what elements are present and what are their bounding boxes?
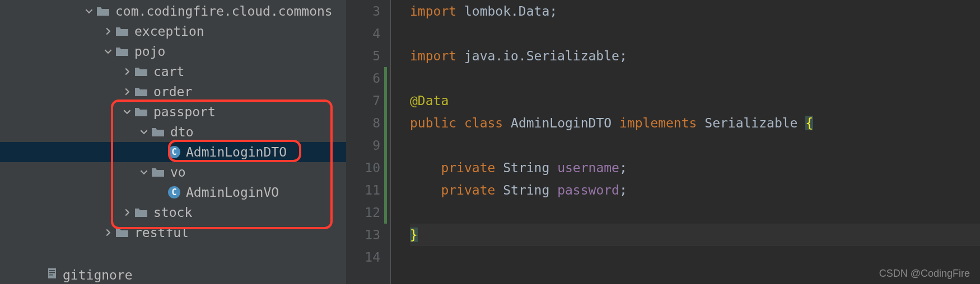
tree-item-label: restful bbox=[134, 224, 189, 242]
tree-class-adminlogindto[interactable]: C AdminLoginDTO bbox=[0, 142, 346, 162]
class-icon: C bbox=[168, 146, 180, 158]
chevron-down-icon bbox=[139, 128, 149, 136]
tree-item-label: AdminLoginVO bbox=[186, 183, 279, 201]
gutter-line-number: 5 bbox=[346, 45, 380, 67]
code-line[interactable]: @Data bbox=[410, 89, 980, 112]
gutter-line-number: 12 bbox=[346, 201, 380, 224]
folder-icon bbox=[134, 86, 148, 97]
tree-folder-restful[interactable]: restful bbox=[0, 223, 346, 243]
folder-icon bbox=[151, 126, 165, 138]
tree-folder-stock[interactable]: stock bbox=[0, 202, 346, 223]
svg-rect-1 bbox=[49, 270, 55, 271]
chevron-right-icon bbox=[122, 68, 132, 75]
code-line[interactable] bbox=[410, 201, 980, 224]
folder-icon bbox=[134, 207, 148, 218]
tree-item-label: pojo bbox=[134, 42, 165, 60]
code-line[interactable] bbox=[410, 67, 980, 89]
svg-rect-3 bbox=[49, 274, 53, 276]
tree-package-commons[interactable]: com.codingfire.cloud.commons bbox=[0, 1, 346, 21]
folder-icon bbox=[134, 106, 148, 117]
tree-item-label: com.codingfire.cloud.commons bbox=[115, 2, 333, 20]
tree-file-gitignore[interactable]: gitignore bbox=[46, 266, 133, 284]
chevron-right-icon bbox=[122, 88, 132, 96]
tree-item-label: dto bbox=[170, 123, 194, 141]
folder-icon bbox=[115, 227, 129, 238]
folder-icon bbox=[151, 167, 165, 178]
code-editor[interactable]: 3 4 5 6 7 8 9 10 11 12 13 14 import lomb… bbox=[346, 0, 980, 284]
tree-item-label: stock bbox=[153, 203, 192, 221]
code-content[interactable]: import lombok.Data; import java.io.Seria… bbox=[391, 0, 980, 284]
folder-icon bbox=[134, 66, 148, 77]
tree-class-adminloginvo[interactable]: C AdminLoginVO bbox=[0, 182, 346, 202]
chevron-down-icon bbox=[122, 108, 132, 116]
chevron-right-icon bbox=[122, 209, 132, 216]
folder-icon bbox=[115, 26, 129, 37]
code-line[interactable]: import lombok.Data; bbox=[410, 0, 980, 22]
code-line[interactable]: private String username; bbox=[410, 157, 980, 179]
tree-item-label: exception bbox=[134, 22, 204, 40]
chevron-down-icon bbox=[84, 7, 94, 15]
vcs-modified-indicator bbox=[384, 67, 387, 224]
tree-folder-passport[interactable]: passport bbox=[0, 102, 346, 122]
tree-item-label: gitignore bbox=[63, 266, 133, 284]
gutter-line-number: 4 bbox=[346, 22, 380, 45]
watermark: CSDN @CodingFire bbox=[879, 268, 970, 280]
code-line[interactable] bbox=[410, 22, 980, 45]
tree-folder-order[interactable]: order bbox=[0, 82, 346, 102]
gutter-line-number: 3 bbox=[346, 0, 380, 22]
code-line[interactable]: import java.io.Serializable; bbox=[410, 45, 980, 67]
code-line[interactable]: public class AdminLoginDTO implements Se… bbox=[410, 112, 980, 134]
project-tree-panel[interactable]: com.codingfire.cloud.commons exception p… bbox=[0, 0, 346, 284]
code-line[interactable]: private String password; bbox=[410, 179, 980, 201]
gutter-line-number: 9 bbox=[346, 134, 380, 157]
tree-folder-pojo[interactable]: pojo bbox=[0, 41, 346, 61]
chevron-down-icon bbox=[139, 168, 149, 176]
gutter-line-number: 11 bbox=[346, 179, 380, 201]
chevron-right-icon bbox=[103, 229, 113, 236]
chevron-down-icon bbox=[103, 48, 113, 55]
class-icon: C bbox=[168, 186, 180, 198]
code-line[interactable]: } bbox=[410, 224, 980, 246]
svg-rect-2 bbox=[49, 272, 55, 273]
gutter-line-number: 8 bbox=[346, 112, 380, 134]
tree-item-label: passport bbox=[153, 103, 216, 121]
tree-folder-dto[interactable]: dto bbox=[0, 122, 346, 142]
tree-folder-vo[interactable]: vo bbox=[0, 162, 346, 182]
gutter-line-number: 6 bbox=[346, 67, 380, 89]
tree-folder-exception[interactable]: exception bbox=[0, 21, 346, 41]
svg-rect-0 bbox=[48, 268, 56, 278]
folder-icon bbox=[115, 46, 129, 57]
tree-item-label: AdminLoginDTO bbox=[186, 143, 287, 161]
gutter-line-number: 7 bbox=[346, 89, 380, 112]
folder-icon bbox=[96, 6, 110, 17]
file-icon bbox=[46, 266, 58, 284]
code-line[interactable] bbox=[410, 246, 980, 268]
tree-item-label: cart bbox=[153, 63, 184, 81]
tree-item-label: vo bbox=[170, 163, 186, 181]
gutter-line-number: 14 bbox=[346, 246, 380, 268]
tree-item-label: order bbox=[153, 83, 192, 101]
chevron-right-icon bbox=[103, 27, 113, 35]
gutter-line-number: 10 bbox=[346, 157, 380, 179]
tree-folder-cart[interactable]: cart bbox=[0, 61, 346, 82]
gutter-line-number: 13 bbox=[346, 224, 380, 246]
code-line[interactable] bbox=[410, 134, 980, 157]
